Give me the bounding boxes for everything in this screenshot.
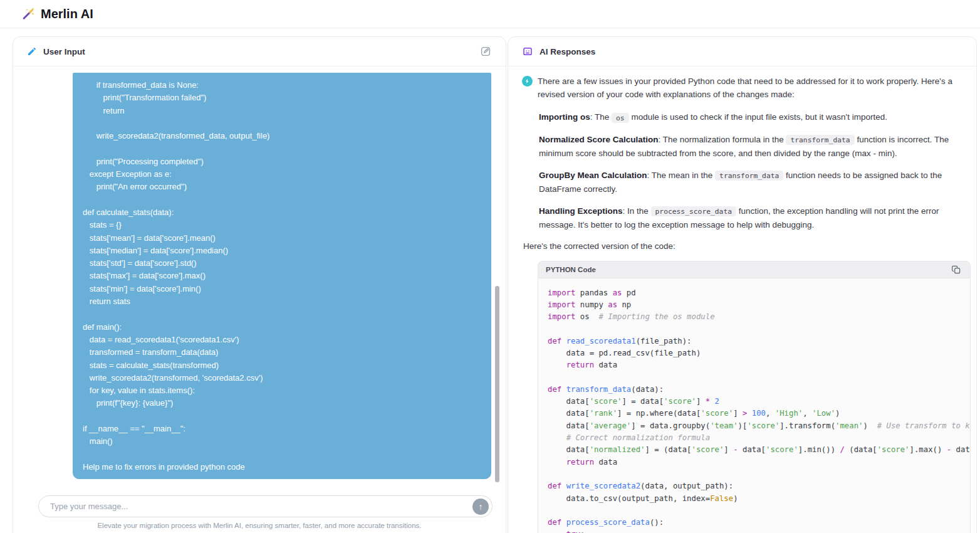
- response-point: Importing os: The os module is used to c…: [539, 110, 952, 125]
- app-header: Merlin AI: [0, 0, 980, 28]
- code-line: try:: [548, 529, 961, 533]
- code-language-label: PYTHON Code: [546, 266, 596, 273]
- code-line: data = pd.read_csv(file_path): [548, 347, 961, 359]
- app-title: Merlin AI: [41, 7, 93, 21]
- code-line: def write_scoredata2(data, output_path):: [548, 480, 961, 492]
- code-line: data['rank'] = np.where(data['score'] > …: [548, 408, 961, 420]
- response-points: Importing os: The os module is used to c…: [539, 110, 952, 232]
- code-line: [548, 323, 961, 335]
- code-line: return data: [548, 456, 961, 468]
- pencil-icon: [27, 46, 37, 56]
- left-panel-scrollbar[interactable]: [495, 286, 499, 482]
- up-arrow-icon: ↑: [479, 502, 483, 512]
- send-button[interactable]: ↑: [472, 499, 489, 515]
- response-point: GroupBy Mean Calculation: The mean in th…: [539, 169, 952, 196]
- response-outro: Here's the corrected version of the code…: [523, 241, 972, 251]
- ai-responses-panel: AI Responses There are a few issues in y…: [508, 36, 977, 533]
- lightning-icon: [522, 76, 533, 87]
- code-line: data['average'] = data.groupby('team')['…: [548, 420, 961, 432]
- user-message-bubble: if transformed_data is None: print("Tran…: [73, 73, 491, 479]
- user-input-panel: User Input if transformed_data is None: …: [13, 36, 506, 533]
- code-line: data['normalized'] = (data['score'] - da…: [548, 444, 961, 456]
- python-code-block: PYTHON Code import pandas as pdimport nu…: [538, 261, 971, 533]
- user-input-panel-header: User Input: [13, 37, 506, 66]
- code-line: # Correct normalization formula: [548, 432, 961, 444]
- response-intro: There are a few issues in your provided …: [538, 75, 959, 101]
- code-line: return data: [548, 359, 961, 371]
- code-line: def read_scoredata1(file_path):: [548, 335, 961, 347]
- code-line: def process_score_data():: [548, 517, 961, 529]
- code-block-header: PYTHON Code: [538, 261, 971, 278]
- magic-wand-icon: [21, 7, 35, 21]
- code-line: data.to_csv(output_path, index=False): [548, 493, 961, 505]
- response-point: Normalized Score Calculation: The normal…: [539, 133, 952, 161]
- code-body: import pandas as pdimport numpy as npimp…: [538, 278, 971, 533]
- code-line: import numpy as np: [548, 299, 961, 311]
- compose-icon[interactable]: [479, 45, 492, 58]
- code-line: [548, 505, 961, 517]
- code-line: import pandas as pd: [548, 287, 961, 299]
- bot-icon: [522, 46, 533, 57]
- ai-responses-panel-header: AI Responses: [508, 37, 976, 66]
- ai-responses-title: AI Responses: [540, 47, 595, 56]
- message-input[interactable]: [43, 502, 472, 511]
- code-line: [548, 372, 961, 384]
- code-line: def transform_data(data):: [548, 384, 961, 396]
- user-input-title: User Input: [43, 47, 85, 56]
- code-line: [548, 468, 961, 480]
- code-line: data['score'] = data['score'] * 2: [548, 396, 961, 408]
- code-line: import os # Importing the os module: [548, 311, 961, 323]
- ai-response-content: There are a few issues in your provided …: [508, 66, 976, 533]
- copy-icon[interactable]: [950, 263, 962, 276]
- response-point: Handling Exceptions: In the process_scor…: [539, 204, 952, 232]
- message-input-container: ↑: [38, 495, 493, 517]
- panel-footer-note: Elevate your migration process with Merl…: [13, 522, 506, 529]
